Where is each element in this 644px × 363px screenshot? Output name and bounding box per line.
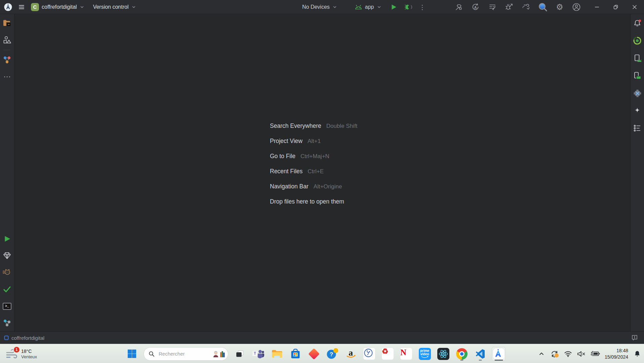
run-button[interactable] [388,2,399,12]
logcat-tool-window-button[interactable] [1,267,13,278]
taskbar-app-android-studio[interactable] [492,347,506,361]
event-log-button[interactable] [629,333,640,342]
version-control-menu[interactable]: Version control [92,3,137,11]
notifications-button[interactable] [632,18,643,28]
android-studio-window: C coffrefortdigital Version control No D… [0,0,644,363]
hint-shortcut: Alt+Origine [314,183,342,190]
sync-translate-button[interactable]: A [470,2,481,12]
search-everywhere-button[interactable] [537,2,549,12]
gem-icon [3,252,11,260]
taskbar-app-prime-video[interactable]: prime video [418,347,432,361]
module-square-icon [4,335,9,340]
chevron-down-icon [131,5,136,9]
right-tool-rail [630,14,644,331]
more-vertical-icon: ⋮ [419,4,426,10]
svg-text:A: A [474,5,477,9]
chevron-down-icon [377,5,381,9]
taskbar-app-teams[interactable]: T [251,347,265,361]
wifi-button[interactable] [563,347,573,361]
close-icon [632,5,637,9]
file-explorer-icon [271,349,283,359]
project-selector[interactable]: C coffrefortdigital [30,2,86,12]
app-insights-tool-window-button[interactable] [1,55,13,65]
shortcut-hints: Search Everywhere Double Shift Project V… [270,118,357,209]
battery-button[interactable] [589,347,601,361]
device-manager-button[interactable] [632,53,643,63]
wind-icon: 1 [5,348,18,360]
taskbar-app-amazon[interactable]: a [344,347,358,361]
hint-row: Go to File Ctrl+Maj+N [270,149,357,164]
start-button[interactable] [125,347,139,361]
todo-tool-window-button[interactable] [632,123,643,133]
app-quality-insights-button[interactable] [632,88,643,98]
taskbar-app-blue-emblem[interactable] [362,347,376,361]
settings-button[interactable]: ⚙ [554,2,565,12]
taskbar-search[interactable] [144,347,228,361]
taskbar-app-red-diamond[interactable] [307,347,321,361]
taskbar-app-netflix[interactable]: N [399,347,413,361]
version-control-tool-window-button[interactable] [1,318,13,328]
run-configuration-selector[interactable]: app [353,3,383,11]
search-input[interactable] [158,351,206,357]
gemini-button[interactable] [632,106,643,116]
checkmark-icon [3,285,11,294]
taskbar-app-get-help[interactable]: ? [325,347,339,361]
taskbar-app-recycle[interactable]: ♻ [381,347,395,361]
running-indicator [479,360,482,361]
taskbar-app-microsoft-store[interactable] [288,347,302,361]
gem-tool-window-button[interactable] [1,251,13,261]
profiler-button[interactable] [487,2,498,12]
resource-manager-button[interactable] [1,35,13,45]
attach-debugger-button[interactable] [504,2,515,12]
run-toolbar: No Devices app ⋮ [301,0,428,14]
account-button[interactable] [571,2,582,12]
volume-button[interactable] [576,347,587,361]
restore-icon [613,4,618,10]
project-tool-window-button[interactable] [1,18,13,28]
chevron-up-icon [539,351,544,357]
windows-taskbar: 1 18°C Venteux T [0,344,644,363]
svg-text:?: ? [330,351,333,358]
more-tool-windows-button[interactable]: ⋯ [1,72,13,82]
taskbar-app-vscode[interactable] [473,347,487,361]
project-folder-icon [2,19,12,28]
task-view-button[interactable] [233,347,247,361]
search-highlight-images [212,350,225,358]
minimize-button[interactable] [588,0,606,14]
taskbar-app-file-explorer[interactable] [270,347,284,361]
debug-button[interactable] [403,2,414,12]
terminal-tool-window-button[interactable]: >_ [1,301,13,311]
shapes-icon [3,36,11,44]
bug-arrow-icon [505,3,513,11]
status-project-name[interactable]: coffrefortdigital [11,335,44,341]
weather-widget[interactable]: 1 18°C Venteux [3,344,39,363]
gradle-sync-button[interactable] [520,2,532,12]
close-button[interactable] [625,0,644,14]
title-bar-right: A ⚙ [453,0,644,14]
battery-charging-icon [590,351,600,357]
chrome-icon [456,348,468,360]
title-bar: C coffrefortdigital Version control No D… [0,0,644,14]
build-result-tool-window-button[interactable] [1,284,13,294]
chevron-down-icon [332,5,337,9]
taskbar-app-chrome[interactable] [455,347,469,361]
update-restart-button[interactable] [549,347,560,361]
amazon-icon: a [345,348,356,359]
run-tool-window-button[interactable] [1,234,13,244]
notification-center-button[interactable] [632,347,643,361]
gear-icon: ⚙ [556,3,563,11]
taskbar-app-react[interactable] [436,347,450,361]
svg-text:a: a [349,348,353,358]
tray-overflow-button[interactable] [536,347,547,361]
main-menu-button[interactable] [16,2,27,12]
gradle-tool-window-button[interactable] [632,36,643,46]
red-diamond-icon [308,348,320,360]
build-button[interactable] [453,2,465,12]
more-run-options-button[interactable]: ⋮ [417,2,428,12]
hint-row: Project View Alt+1 [270,134,357,149]
device-selector[interactable]: No Devices [301,3,338,11]
restore-button[interactable] [606,0,625,14]
running-devices-button[interactable] [632,71,643,81]
more-horizontal-icon: ⋯ [3,73,11,80]
clock-widget[interactable]: 18:48 15/09/2024 [603,348,630,360]
